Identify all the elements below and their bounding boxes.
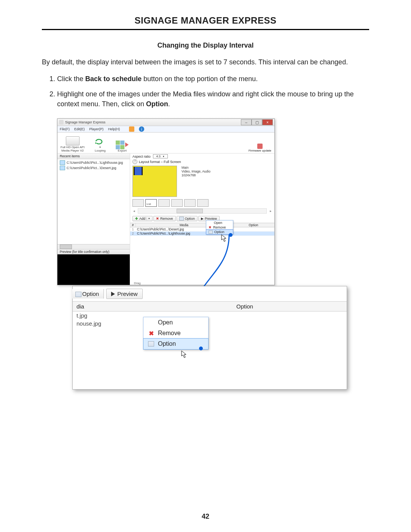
layout-template[interactable] xyxy=(132,199,144,207)
firmware-icon xyxy=(257,144,263,149)
step-text: Highlight one of the images under the Me… xyxy=(57,90,354,108)
layout-template[interactable] xyxy=(158,199,170,207)
zoom-table-header: dia Option xyxy=(73,302,347,312)
toolbar-label: Firmware update xyxy=(249,149,271,152)
toolbar-label: Export xyxy=(118,149,127,152)
ctx-open[interactable]: Open xyxy=(143,317,208,328)
context-menu: Open ✖Remove Option xyxy=(206,220,233,235)
cursor-icon xyxy=(181,350,187,358)
col-option: Option xyxy=(233,302,347,311)
section-title: Changing the Display Interval xyxy=(42,42,369,50)
remove-button[interactable]: ✖Remove xyxy=(153,216,176,221)
zoom-panel: Option Preview dia Option t.jpg nouse.jp… xyxy=(72,286,347,390)
recent-item[interactable]: C:\Users\Public\Pict...\Lighthouse.jpg xyxy=(57,160,130,165)
menu-edit[interactable]: Edit(E) xyxy=(74,127,85,131)
horizontal-scrollbar[interactable] xyxy=(57,244,130,249)
menu-help[interactable]: Help(H) xyxy=(108,127,120,131)
button-label: Option xyxy=(82,291,99,297)
aspect-ratio-select[interactable]: 4:3 xyxy=(153,154,168,158)
app-icon xyxy=(59,120,64,125)
maximize-button[interactable]: ▢ xyxy=(252,119,262,125)
plus-icon: ✚ xyxy=(135,217,138,220)
looping-button[interactable]: ▾ Looping xyxy=(94,137,107,152)
remove-icon: ✖ xyxy=(209,225,212,229)
export-icon xyxy=(116,141,129,149)
image-file-icon xyxy=(60,166,65,170)
menu-label: Open xyxy=(158,319,173,326)
button-label: Add xyxy=(139,217,145,220)
option-icon xyxy=(209,230,213,234)
col-option: Option xyxy=(233,223,274,227)
layout-template[interactable] xyxy=(197,199,209,207)
zone-resolution: 1024x768 xyxy=(182,173,210,177)
ctx-remove[interactable]: ✖Remove xyxy=(143,328,208,339)
title-bar: Signage Manager Express – ▢ × xyxy=(57,119,274,126)
collapse-toggle-icon[interactable]: ˄ xyxy=(132,159,137,164)
menu-label: Remove xyxy=(213,225,226,229)
zoom-row[interactable]: nouse.jpg xyxy=(73,320,347,328)
play-icon: ▶ xyxy=(201,217,204,220)
toolbar-label: Looping xyxy=(95,149,105,152)
layout-template[interactable] xyxy=(171,199,183,207)
step-text: . xyxy=(168,100,170,108)
steps-list: Click the Back to schedule button on the… xyxy=(42,74,369,109)
option-button-zoom[interactable]: Option xyxy=(72,289,104,299)
layout-info: Main Video, Image, Audio 1024x768 xyxy=(182,166,210,197)
export-button[interactable]: Export xyxy=(116,141,129,152)
step-bold: Back to schedule xyxy=(85,75,142,83)
media-row[interactable]: 2C:\Users\Public\Pict...\Lighthouse.jpg xyxy=(130,232,274,236)
close-button[interactable]: × xyxy=(262,119,273,125)
menu-label: Open xyxy=(214,221,222,225)
col-media-fragment: dia xyxy=(73,302,233,311)
add-button[interactable]: ✚Add▾ xyxy=(132,216,153,221)
drag-hint: Drag xyxy=(130,281,274,285)
left-panel: Recent items C:\Users\Public\Pict...\Lig… xyxy=(57,153,130,285)
option-icon xyxy=(148,341,154,347)
help-icon[interactable]: i xyxy=(139,126,144,132)
preview-header: Preview (for title confirmation only) xyxy=(57,249,130,254)
layout-template[interactable] xyxy=(184,199,196,207)
menu-file[interactable]: File(F) xyxy=(60,127,70,131)
menu-label: Remove xyxy=(158,330,181,337)
layout-templates-row: 1:10 xyxy=(130,198,274,208)
layout-preview-thumb[interactable] xyxy=(132,166,177,197)
zone-types: Video, Image, Audio xyxy=(182,169,210,173)
app-window: Signage Manager Express – ▢ × File(F) Ed… xyxy=(57,118,275,285)
preview-button-zoom[interactable]: Preview xyxy=(106,289,142,299)
minimize-button[interactable]: – xyxy=(241,119,252,125)
menu-label: Option xyxy=(158,340,176,347)
drive-icon xyxy=(66,136,80,145)
button-label: Remove xyxy=(160,217,173,220)
rss-icon[interactable] xyxy=(129,126,134,132)
media-player-button[interactable]: Full HD Open API Media Player V2 xyxy=(61,136,84,152)
option-icon xyxy=(75,292,80,296)
zoom-row[interactable]: t.jpg xyxy=(73,312,347,320)
recent-items-header: Recent items xyxy=(57,153,130,159)
video-clip-icon xyxy=(134,167,143,175)
remove-icon: ✖ xyxy=(148,330,154,336)
layout-template-selected[interactable]: 1:10 xyxy=(145,199,157,207)
context-menu-zoom: Open ✖Remove Option xyxy=(143,317,209,350)
layout-scrollbar[interactable] xyxy=(138,208,267,214)
option-icon xyxy=(179,217,184,220)
step-1: Click the Back to schedule button on the… xyxy=(57,74,369,84)
toolbar-label: Media Player V2 xyxy=(61,149,84,152)
option-button[interactable]: Option xyxy=(177,216,198,221)
blank-icon xyxy=(148,320,154,326)
media-row[interactable]: 1C:\Users\Public\Pict...\Desert.jpg xyxy=(130,227,274,232)
menu-label: Option xyxy=(214,230,225,234)
intro-paragraph: By default, the display interval between… xyxy=(42,57,369,67)
firmware-update-button[interactable]: Firmware update xyxy=(249,144,271,152)
screenshot-composite: Signage Manager Express – ▢ × File(F) Ed… xyxy=(57,118,354,393)
window-title: Signage Manager Express xyxy=(65,120,105,124)
button-label: Option xyxy=(185,217,195,220)
remove-icon: ✖ xyxy=(156,217,159,220)
menu-player[interactable]: Player(P) xyxy=(89,127,104,131)
media-toolbar: ✚Add▾ ✖Remove Option ▶Preview xyxy=(130,214,274,223)
play-icon xyxy=(111,292,115,296)
ctx-open[interactable]: Open xyxy=(206,220,233,225)
recent-item[interactable]: C:\Users\Public\Pict...\Desert.jpg xyxy=(57,165,130,171)
step-2: Highlight one of the images under the Me… xyxy=(57,89,369,109)
step-text: Click the xyxy=(57,75,85,83)
file-path: C:\Users\Public\Pict...\Lighthouse.jpg xyxy=(67,161,123,165)
